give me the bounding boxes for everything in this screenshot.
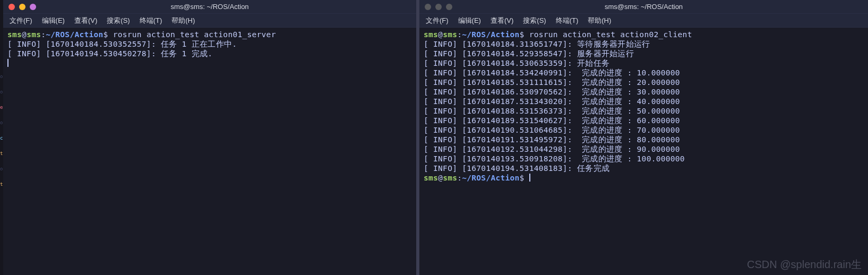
menu-item[interactable]: 查看(V) xyxy=(74,16,97,25)
close-icon[interactable] xyxy=(8,4,15,10)
prompt-at: @ xyxy=(438,174,443,182)
log-line: [ INFO] [1670140184.313651747]: 等待服务器开始运… xyxy=(424,40,650,48)
menu-item[interactable]: 编辑(E) xyxy=(42,16,65,25)
terminal-body-left[interactable]: sms@sms:~/ROS/Action$ rosrun action_test… xyxy=(3,28,416,275)
prompt-host: sms xyxy=(443,30,457,39)
prompt-at: @ xyxy=(22,30,27,39)
log-line: [ INFO] [1670140194.531408183]: 任务完成 xyxy=(424,164,609,173)
prompt-sym: $ xyxy=(104,30,108,39)
terminal-left: sms@sms: ~/ROS/Action 文件(F)编辑(E)查看(V)搜索(… xyxy=(3,0,416,275)
log-line: [ INFO] [1670140184.530635359]: 开始任务 xyxy=(424,59,609,67)
menu-item[interactable]: 终端(T) xyxy=(556,16,579,25)
window-title-left: sms@sms: ~/ROS/Action xyxy=(170,3,248,11)
log-line: [ INFO] [1670140184.530352557]: 任务 1 正在工… xyxy=(7,40,237,48)
window-title-right: sms@sms: ~/ROS/Action xyxy=(605,3,683,11)
menu-item[interactable]: 查看(V) xyxy=(491,16,513,25)
prompt-user: sms xyxy=(424,30,438,39)
prompt-colon: : xyxy=(457,174,462,182)
titlebar-left[interactable]: sms@sms: ~/ROS/Action xyxy=(3,0,416,14)
prompt-colon: : xyxy=(41,30,46,39)
prompt-path: ~/ROS/Action xyxy=(462,174,519,182)
prompt-path: ~/ROS/Action xyxy=(46,30,103,39)
window-controls-right xyxy=(425,4,452,10)
prompt-path: ~/ROS/Action xyxy=(462,30,519,39)
cursor-icon xyxy=(529,174,530,182)
terminal-right: sms@sms: ~/ROS/Action 文件(F)编辑(E)查看(V)搜索(… xyxy=(419,0,868,275)
log-line: [ INFO] [1670140186.530970562]: 完成的进度 : … xyxy=(424,88,680,96)
log-line: [ INFO] [1670140192.531044298]: 完成的进度 : … xyxy=(424,145,680,153)
log-line: [ INFO] [1670140188.531536373]: 完成的进度 : … xyxy=(424,107,680,115)
window-controls-left xyxy=(8,4,36,10)
log-line: [ INFO] [1670140185.531111615]: 完成的进度 : … xyxy=(424,78,680,87)
close-icon[interactable] xyxy=(425,4,431,10)
menu-item[interactable]: 文件(F) xyxy=(426,16,449,25)
menu-item[interactable]: 帮助(H) xyxy=(588,16,611,25)
command-text: rosrun action_test action01_server xyxy=(113,30,276,39)
prompt-sym: $ xyxy=(520,30,525,39)
prompt-host: sms xyxy=(443,174,457,182)
menu-item[interactable]: 文件(F) xyxy=(10,16,32,25)
log-line: [ INFO] [1670140187.531343020]: 完成的进度 : … xyxy=(424,97,680,106)
prompt-sym: $ xyxy=(520,174,525,182)
log-line: [ INFO] [1670140190.531064685]: 完成的进度 : … xyxy=(424,126,680,134)
prompt-user: sms xyxy=(424,174,438,182)
log-line: [ INFO] [1670140184.529358547]: 服务器开始运行 xyxy=(424,49,634,58)
maximize-icon[interactable] xyxy=(30,4,36,10)
menu-item[interactable]: 搜索(S) xyxy=(523,16,546,25)
menubar-right: 文件(F)编辑(E)查看(V)搜索(S)终端(T)帮助(H) xyxy=(419,14,868,28)
titlebar-right[interactable]: sms@sms: ~/ROS/Action xyxy=(419,0,868,14)
prompt-host: sms xyxy=(27,30,41,39)
prompt-at: @ xyxy=(438,30,443,39)
minimize-icon[interactable] xyxy=(19,4,25,10)
log-line: [ INFO] [1670140191.531495972]: 完成的进度 : … xyxy=(424,135,680,144)
log-line: [ INFO] [1670140184.534240991]: 完成的进度 : … xyxy=(424,68,680,77)
log-line: [ INFO] [1670140193.530918208]: 完成的进度 : … xyxy=(424,154,685,163)
minimize-icon[interactable] xyxy=(435,4,442,10)
terminal-body-right[interactable]: sms@sms:~/ROS/Action$ rosrun action_test… xyxy=(419,28,868,275)
prompt-colon: : xyxy=(457,30,462,39)
menu-item[interactable]: 帮助(H) xyxy=(171,16,195,25)
menu-item[interactable]: 终端(T) xyxy=(140,16,162,25)
menu-item[interactable]: 搜索(S) xyxy=(107,16,130,25)
prompt-user: sms xyxy=(7,30,22,39)
menubar-left: 文件(F)编辑(E)查看(V)搜索(S)终端(T)帮助(H) xyxy=(3,14,416,28)
menu-item[interactable]: 编辑(E) xyxy=(458,16,481,25)
cursor-icon xyxy=(7,59,8,67)
log-line: [ INFO] [1670140194.530450278]: 任务 1 完成. xyxy=(7,49,212,58)
log-line: [ INFO] [1670140189.531540627]: 完成的进度 : … xyxy=(424,116,680,125)
command-text: rosrun action_test action02_client xyxy=(529,30,692,39)
maximize-icon[interactable] xyxy=(446,4,452,10)
